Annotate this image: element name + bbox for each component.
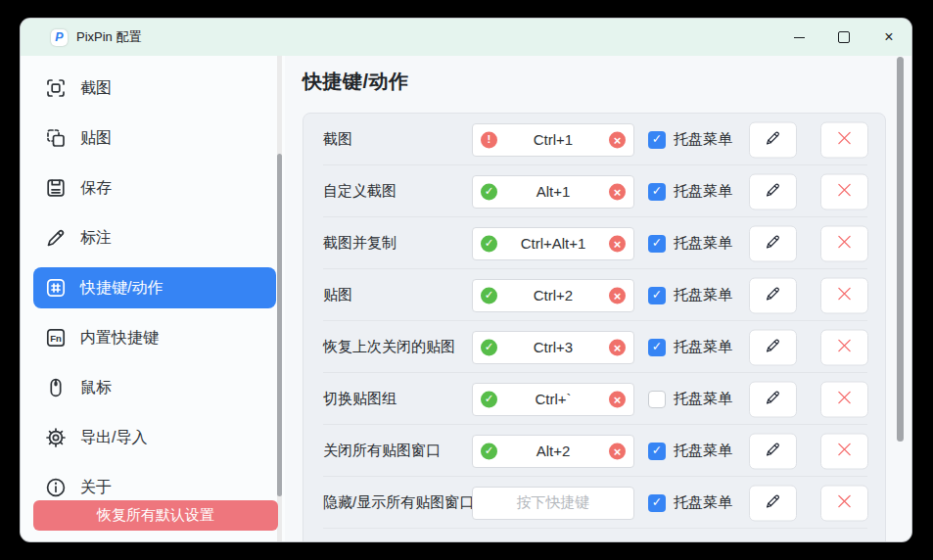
action-label: 截图 — [323, 130, 352, 149]
tray-menu-checkbox[interactable]: ✓ — [648, 235, 666, 253]
main-scrollbar-thumb[interactable] — [897, 57, 904, 442]
hotkey-row-0: 截图 ! Ctrl+1 × ✓ 托盘菜单 — [303, 114, 885, 165]
hotkey-row-5: 切换贴图组 ✓ Ctrl+` × 托盘菜单 — [303, 373, 885, 425]
edit-hotkey-button[interactable] — [749, 381, 797, 417]
tray-menu-checkbox[interactable]: ✓ — [648, 494, 666, 512]
tray-menu-label: 托盘菜单 — [674, 234, 732, 253]
maximize-icon — [838, 31, 850, 43]
action-label: 隐藏/显示所有贴图窗口 — [323, 493, 474, 512]
hotkey-row-1: 自定义截图 ✓ Alt+1 × ✓ 托盘菜单 — [303, 165, 885, 217]
sidebar-item-5[interactable]: Fn 内置快捷键 — [33, 317, 276, 358]
tray-menu-label: 托盘菜单 — [674, 442, 732, 460]
pencil-icon — [764, 389, 782, 410]
delete-hotkey-button[interactable] — [820, 433, 868, 469]
minimize-icon — [794, 37, 805, 38]
clear-hotkey-icon[interactable]: × — [609, 339, 626, 355]
clear-hotkey-icon[interactable]: × — [609, 131, 626, 148]
hotkey-row-3: 贴图 ✓ Ctrl+2 × ✓ 托盘菜单 — [303, 269, 885, 321]
edit-hotkey-button[interactable] — [749, 277, 797, 313]
annotate-pencil-icon — [44, 226, 68, 250]
sidebar-item-4[interactable]: 快捷键/动作 — [33, 267, 276, 308]
minimize-button[interactable] — [776, 19, 821, 56]
delete-hotkey-button[interactable] — [820, 485, 868, 521]
sidebar: 截图 贴图 保存 标注 快捷键/动作 Fn 内置快捷键 鼠标 — [21, 56, 285, 541]
hotkey-input[interactable]: ✓ Ctrl+2 × — [472, 279, 634, 312]
delete-hotkey-button[interactable] — [820, 329, 868, 365]
edit-hotkey-button[interactable] — [749, 121, 797, 158]
delete-x-icon — [835, 441, 854, 462]
edit-hotkey-button[interactable] — [749, 485, 797, 521]
delete-hotkey-button[interactable] — [820, 277, 868, 313]
clear-hotkey-icon[interactable]: × — [609, 183, 626, 200]
hotkey-value: Ctrl+Alt+1 — [521, 235, 586, 252]
delete-hotkey-button[interactable] — [820, 121, 868, 158]
action-label: 自定义截图 — [323, 182, 397, 201]
tray-menu-checkbox[interactable]: ✓ — [648, 183, 666, 201]
sidebar-item-0[interactable]: 截图 — [33, 68, 276, 109]
sidebar-item-3[interactable]: 标注 — [33, 217, 276, 258]
hotkey-input[interactable]: ✓ Alt+2 × — [472, 435, 634, 468]
tray-menu-checkbox[interactable]: ✓ — [648, 131, 666, 149]
tray-menu-checkbox[interactable]: ✓ — [648, 339, 666, 356]
delete-hotkey-button[interactable] — [820, 173, 868, 210]
delete-hotkey-button[interactable] — [820, 225, 868, 261]
clear-hotkey-icon[interactable]: × — [609, 235, 626, 252]
sidebar-scrollbar-thumb[interactable] — [277, 154, 282, 496]
hotkey-input[interactable]: 按下快捷键 — [472, 487, 634, 520]
edit-hotkey-button[interactable] — [749, 173, 797, 210]
pencil-icon — [764, 492, 782, 514]
delete-hotkey-button[interactable] — [820, 381, 868, 417]
delete-x-icon — [835, 337, 854, 358]
pencil-icon — [764, 285, 782, 306]
tray-menu-checkbox[interactable]: ✓ — [648, 287, 666, 304]
tray-menu-checkbox[interactable] — [648, 391, 666, 408]
sidebar-item-2[interactable]: 保存 — [33, 167, 276, 209]
sidebar-item-7[interactable]: 导出/导入 — [33, 417, 276, 458]
hotkey-value: 按下快捷键 — [517, 493, 590, 512]
page-title: 快捷键/动作 — [303, 69, 409, 95]
delete-x-icon — [835, 285, 854, 306]
hotkey-input[interactable]: ✓ Ctrl+Alt+1 × — [472, 227, 634, 260]
action-label: 贴图 — [323, 286, 352, 304]
edit-hotkey-button[interactable] — [749, 329, 797, 365]
hotkey-value: Ctrl+2 — [534, 287, 573, 303]
close-button[interactable]: × — [866, 19, 911, 56]
hotkey-status-icon: ✓ — [481, 287, 497, 303]
clear-hotkey-icon[interactable]: × — [609, 391, 626, 407]
clear-hotkey-icon[interactable]: × — [609, 443, 626, 459]
pencil-icon — [764, 129, 782, 151]
hotkey-row-2: 截图并复制 ✓ Ctrl+Alt+1 × ✓ 托盘菜单 — [303, 217, 885, 269]
checkmark-icon: ✓ — [652, 185, 662, 198]
action-label: 截图并复制 — [323, 234, 397, 253]
gear-icon — [44, 426, 68, 449]
hotkey-input[interactable]: ✓ Alt+1 × — [472, 175, 634, 209]
tray-menu-checkbox[interactable]: ✓ — [648, 443, 666, 460]
window-controls: × — [776, 19, 911, 56]
save-icon — [44, 176, 68, 200]
close-icon: × — [884, 29, 893, 45]
edit-hotkey-button[interactable] — [749, 433, 797, 469]
clear-hotkey-icon[interactable]: × — [609, 287, 626, 303]
checkmark-icon: ✓ — [652, 444, 662, 457]
reset-all-defaults-button[interactable]: 恢复所有默认设置 — [33, 500, 278, 531]
sidebar-item-6[interactable]: 鼠标 — [33, 367, 276, 408]
hotkey-input[interactable]: ✓ Ctrl+` × — [472, 383, 634, 416]
tray-menu-label: 托盘菜单 — [674, 493, 732, 512]
pencil-icon — [764, 441, 782, 462]
window-title: PixPin 配置 — [76, 28, 141, 46]
titlebar[interactable]: P PixPin 配置 × — [21, 19, 911, 56]
hotkey-input[interactable]: ✓ Ctrl+3 × — [472, 331, 634, 364]
tray-menu-label: 托盘菜单 — [674, 286, 732, 304]
checkmark-icon: ✓ — [652, 133, 662, 146]
hotkey-input[interactable]: ! Ctrl+1 × — [472, 123, 634, 157]
sidebar-item-1[interactable]: 贴图 — [33, 117, 276, 159]
edit-hotkey-button[interactable] — [749, 225, 797, 261]
hotkey-value: Ctrl+3 — [534, 339, 573, 355]
pencil-icon — [764, 337, 782, 358]
hotkey-status-icon: ✓ — [481, 235, 497, 252]
maximize-button[interactable] — [821, 19, 866, 56]
sidebar-nav: 截图 贴图 保存 标注 快捷键/动作 Fn 内置快捷键 鼠标 — [21, 56, 285, 508]
screenshot-icon — [44, 76, 68, 100]
pencil-icon — [764, 181, 782, 203]
action-label: 切换贴图组 — [323, 390, 397, 408]
